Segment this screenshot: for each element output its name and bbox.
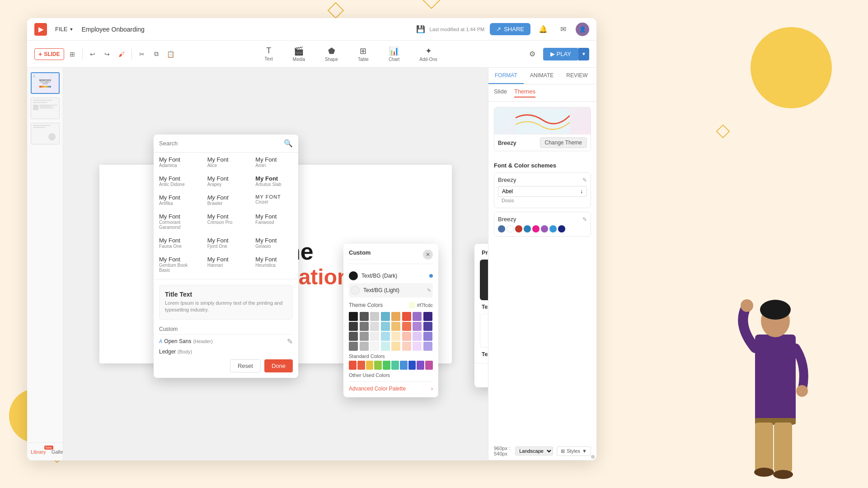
color-cell[interactable] [370,322,379,331]
orientation-select[interactable]: Landscape Portrait [515,446,553,455]
copy-button[interactable]: ⧉ [150,48,163,60]
slide-sub-tab[interactable]: Slide [494,88,507,98]
file-menu-button[interactable]: FILE ▼ [52,24,77,34]
edit-scheme-icon[interactable]: ✎ [582,177,587,183]
font-item-arapey[interactable]: My Font Arapey [202,172,250,191]
color-cell[interactable] [349,322,358,331]
std-color-1[interactable] [349,361,357,370]
settings-icon[interactable]: ⚙ [525,47,540,61]
std-color-7[interactable] [400,361,408,370]
color-cell[interactable] [423,322,432,331]
font-item-alice[interactable]: My Font Alice [202,153,250,172]
themes-sub-tab[interactable]: Themes [514,88,535,98]
font-item-artifika[interactable]: My Font Artifika [154,191,202,209]
color-cell[interactable] [381,312,390,321]
cut-button[interactable]: ✂ [136,48,148,60]
animate-tab[interactable]: ANIMATE [524,68,560,84]
font-item-heuristica[interactable]: My Font Heuristica [250,252,298,276]
color-cell[interactable] [349,342,358,351]
color-cell[interactable] [370,342,379,351]
styles-button[interactable]: ⊞ Styles ▼ [557,446,591,456]
color-cell[interactable] [413,322,422,331]
std-color-5[interactable] [383,361,390,370]
color-cell[interactable] [413,312,422,321]
color-cell[interactable] [349,332,358,341]
font-item-cormorant[interactable]: My Font Cormorant Garamond [154,209,202,233]
color-cell[interactable] [381,332,390,341]
play-button[interactable]: ▶ PLAY [543,48,578,60]
color-cell[interactable] [391,342,400,351]
color-cell[interactable] [413,342,422,351]
format-painter-button[interactable]: 🖌 [115,48,128,60]
text-tool-button[interactable]: T Text [261,44,276,64]
color-cell[interactable] [360,322,369,331]
color-cell[interactable] [402,332,411,341]
std-color-2[interactable] [357,361,365,370]
std-color-3[interactable] [366,361,374,370]
slide-thumbnail-2[interactable] [31,98,60,119]
format-tab[interactable]: FORMAT [488,68,524,84]
message-icon[interactable]: ✉ [556,22,570,37]
chart-tool-button[interactable]: 📊 Chart [385,44,403,64]
paste-button[interactable]: 📋 [164,48,177,60]
std-color-8[interactable] [408,361,416,370]
font-item-gentium[interactable]: My Font Gentium Book Basic [154,252,202,276]
font-reset-button[interactable]: Reset [230,359,261,372]
adv-palette-button[interactable]: Advanced Color Palette › [349,381,433,392]
std-color-4[interactable] [374,361,382,370]
review-tab[interactable]: REVIEW [560,68,594,84]
library-tab[interactable]: Library New [31,449,46,455]
font-item-fanwood[interactable]: My Font Fanwood [250,209,298,233]
font-done-button[interactable]: Done [264,359,293,372]
bg-light-option[interactable]: Text/BG (Light) ✎ [349,283,433,297]
font-item-gelasio[interactable]: My Font Gelasio [250,233,298,252]
color-cell[interactable] [423,342,432,351]
font-item-crimson[interactable]: My Font Crimson Pro [202,209,250,233]
color-cell[interactable] [360,342,369,351]
notification-icon[interactable]: 🔔 [536,22,550,37]
media-tool-button[interactable]: 🎬 Media [289,44,309,64]
color-cell[interactable] [423,332,432,341]
color-cell[interactable] [413,332,422,341]
grid-view-button[interactable]: ⊞ [66,48,79,60]
color-cell[interactable] [391,322,400,331]
color-cell[interactable] [381,322,390,331]
change-theme-button[interactable]: Change Theme [540,137,587,148]
color-cell[interactable] [391,312,400,321]
slide-thumbnail-1[interactable]: 1 WORKFORCE PERFORMANCE REPORT [31,72,60,94]
font-item-junicode[interactable]: My Font Junicode [250,276,298,279]
font-search-input[interactable] [159,140,280,147]
slide-thumbnail-3[interactable] [31,123,60,144]
color-cell[interactable] [360,332,369,341]
color-cell[interactable] [370,312,379,321]
font-item-amiri[interactable]: My Font Amiri [250,153,298,172]
user-avatar[interactable]: 👤 [576,23,589,36]
shape-tool-button[interactable]: ⬟ Shape [321,44,342,64]
font-item-junge[interactable]: My Font Junge [202,276,250,279]
color-cell[interactable] [402,322,411,331]
edit-bg-light-icon[interactable]: ✎ [427,288,431,293]
font-item-hannari[interactable]: My Font Hannari [202,252,250,276]
font-item-adamina[interactable]: My Font Adamina [154,153,202,172]
color-cell[interactable] [349,312,358,321]
font-item-brawler[interactable]: My Font Brawler [202,191,250,209]
color-cell[interactable] [391,332,400,341]
std-color-6[interactable] [391,361,399,370]
font-item-arbutus[interactable]: My Font Arbutus Slab [250,172,298,191]
share-button[interactable]: ↗ SHARE [490,23,530,35]
color-cell[interactable] [360,312,369,321]
std-color-9[interactable] [417,361,424,370]
redo-button[interactable]: ↪ [101,48,113,60]
color-cell[interactable] [402,312,411,321]
font-select-dropdown[interactable]: Abel ↓ [498,186,587,197]
undo-button[interactable]: ↩ [86,48,99,60]
addons-tool-button[interactable]: ✦ Add-Ons [416,44,441,64]
table-tool-button[interactable]: ⊞ Table [354,44,372,64]
bg-dark-option[interactable]: Text/BG (Dark) [349,269,433,283]
color-cell[interactable] [381,342,390,351]
font-item-italiana[interactable]: My Font Italiana [154,276,202,279]
color-cell[interactable] [423,312,432,321]
play-dropdown-button[interactable]: ▼ [578,48,589,60]
color-cell[interactable] [402,342,411,351]
font-item-fjord[interactable]: My Font Fjord One [202,233,250,252]
